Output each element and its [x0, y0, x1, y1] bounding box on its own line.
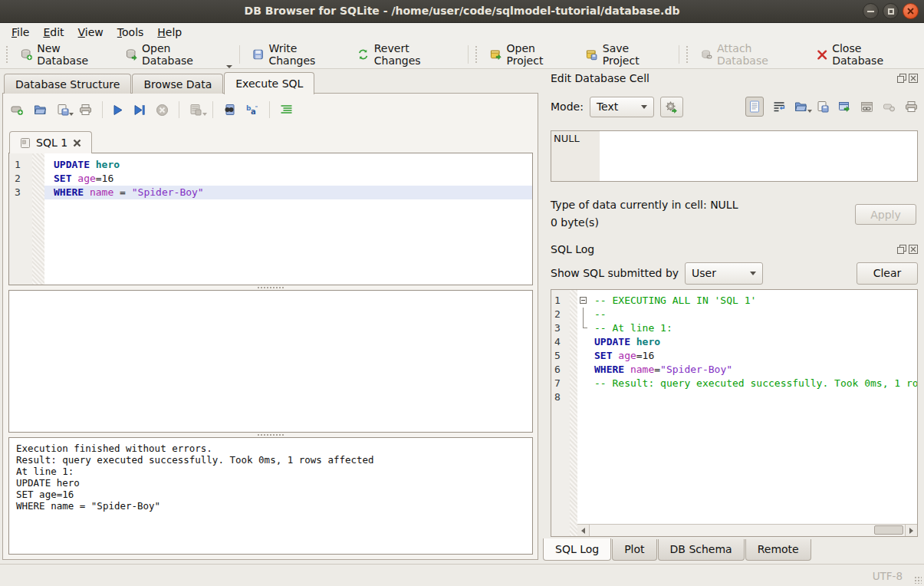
open-sql-file-button[interactable]: [34, 104, 47, 116]
new-database-button[interactable]: New Database: [14, 38, 119, 71]
sql-log-title: SQL Log: [551, 243, 897, 255]
fold-collapse-icon[interactable]: [580, 297, 587, 304]
tab-execute-sql[interactable]: Execute SQL: [224, 72, 314, 94]
encoding-indicator[interactable]: UTF-8: [873, 570, 903, 582]
format-sql-button[interactable]: [280, 104, 293, 115]
editor-line-numbers: 1 2 3: [9, 153, 32, 285]
apply-button: Apply: [855, 204, 916, 225]
toolbar-grip[interactable]: [475, 46, 478, 63]
sql-editor[interactable]: 1 2 3 UPDATE hero SET age=16 WHERE name …: [8, 153, 533, 285]
results-grid[interactable]: [8, 290, 533, 433]
minimize-button[interactable]: [863, 3, 879, 19]
scroll-track[interactable]: [590, 525, 905, 536]
log-line-3: -- At line 1:: [577, 321, 917, 335]
print-cell-button[interactable]: [905, 100, 918, 113]
find-button[interactable]: [223, 104, 235, 116]
close-database-icon: [817, 49, 827, 61]
open-database-button[interactable]: Open Database: [119, 38, 234, 71]
auto-complete-button[interactable]: b a: [245, 104, 259, 116]
window-controls: [863, 3, 919, 19]
fold-line: [583, 308, 584, 321]
dock-tab-plot[interactable]: Plot: [612, 539, 656, 561]
submitter-select[interactable]: User: [685, 262, 763, 285]
menu-help[interactable]: Help: [150, 25, 189, 40]
log-line-7: -- Result: query executed successfully. …: [577, 377, 917, 390]
import-cell-data-button[interactable]: [794, 100, 807, 113]
mode-label: Mode:: [551, 100, 584, 113]
scroll-left-button[interactable]: [577, 525, 590, 536]
submitter-value: User: [692, 267, 716, 279]
log-horizontal-scrollbar[interactable]: [577, 524, 917, 536]
new-sql-tab-button[interactable]: [11, 104, 24, 116]
print-sql-button[interactable]: [79, 104, 92, 116]
open-file-icon: [794, 100, 807, 113]
execute-line-button[interactable]: [133, 104, 146, 116]
toolbar-separator: [679, 45, 679, 64]
log-content[interactable]: -- EXECUTING ALL IN 'SQL 1' -- -- At lin…: [577, 290, 917, 536]
stop-icon: [156, 104, 169, 117]
import-dropdown-icon[interactable]: [807, 110, 812, 113]
save-file-dropdown-icon[interactable]: [69, 113, 74, 116]
float-dock-button[interactable]: [897, 74, 906, 83]
close-database-button[interactable]: Close Database: [810, 38, 919, 71]
text-view-button[interactable]: [745, 97, 764, 117]
editor-fold-margin: [32, 153, 44, 285]
menu-view[interactable]: View: [71, 25, 110, 40]
export-cell-data-button[interactable]: [817, 100, 829, 113]
save-file-icon: [817, 100, 829, 113]
editor-code-area[interactable]: UPDATE hero SET age=16 WHERE name = "Spi…: [44, 153, 532, 285]
dock-tab-sql-log[interactable]: SQL Log: [543, 538, 611, 561]
sql1-tab[interactable]: SQL 1: [9, 131, 92, 153]
dock-tab-db-schema[interactable]: DB Schema: [658, 539, 745, 561]
open-project-button[interactable]: Open Project: [483, 38, 579, 71]
tab-browse-data[interactable]: Browse Data: [132, 74, 223, 94]
write-changes-button[interactable]: Write Changes: [245, 38, 350, 71]
toolbar-grip[interactable]: [6, 46, 9, 63]
save-sql-file-button[interactable]: [57, 104, 69, 116]
menu-tools[interactable]: Tools: [110, 25, 151, 40]
float-icon: [897, 245, 906, 254]
word-wrap-button[interactable]: [773, 101, 785, 112]
toolbar-separator: [212, 101, 213, 118]
cell-editor-toolbar: [745, 97, 918, 117]
toolbar-grip[interactable]: [686, 46, 689, 63]
revert-changes-button[interactable]: Revert Changes: [350, 38, 462, 71]
float-dock-button[interactable]: [897, 245, 906, 254]
scroll-thumb[interactable]: [874, 525, 903, 535]
maximize-button[interactable]: [883, 3, 899, 19]
gear-icon: [665, 100, 678, 114]
save-results-dropdown-icon: [202, 113, 207, 116]
float-icon: [897, 74, 906, 83]
close-dock-button[interactable]: [909, 245, 918, 254]
mode-select[interactable]: Text: [590, 97, 654, 117]
cell-content[interactable]: [600, 131, 917, 181]
scroll-right-icon: [909, 528, 913, 534]
dock-tab-remote[interactable]: Remote: [745, 539, 811, 561]
execute-all-button[interactable]: [113, 104, 123, 116]
import-settings-button[interactable]: [660, 97, 683, 117]
open-database-dropdown-icon[interactable]: [226, 65, 232, 68]
save-project-button[interactable]: Save Project: [579, 38, 672, 71]
sql-subtab-bar: SQL 1: [9, 130, 92, 153]
left-pane: Database Structure Browse Data Execute S…: [0, 69, 541, 564]
menu-edit[interactable]: Edit: [36, 25, 71, 40]
close-dock-button[interactable]: [909, 74, 918, 83]
close-button[interactable]: [903, 3, 919, 19]
log-line-5: SET age=16: [577, 349, 917, 363]
close-dock-icon: [909, 245, 918, 254]
sql-log-view[interactable]: 1 2 3 4 5 6 7 8 -- EXECUTING ALL IN 'SQL…: [551, 289, 918, 537]
scroll-right-button[interactable]: [905, 525, 917, 536]
close-tab-icon[interactable]: [73, 139, 81, 147]
clear-log-button[interactable]: Clear: [857, 262, 918, 285]
new-database-icon: [21, 48, 32, 61]
tab-database-structure[interactable]: Database Structure: [4, 74, 131, 94]
open-in-external-app-button[interactable]: [838, 101, 851, 113]
status-bar: UTF-8: [0, 564, 924, 586]
write-changes-icon: [252, 48, 264, 61]
menu-file[interactable]: File: [5, 25, 36, 40]
cell-editor-area[interactable]: NULL: [551, 130, 918, 182]
execution-status-panel[interactable]: Execution finished without errors. Resul…: [8, 437, 533, 555]
title-bar[interactable]: DB Browser for SQLite - /home/user/code/…: [0, 0, 924, 23]
save-results-icon: [189, 104, 202, 116]
resize-grip[interactable]: [914, 576, 922, 584]
